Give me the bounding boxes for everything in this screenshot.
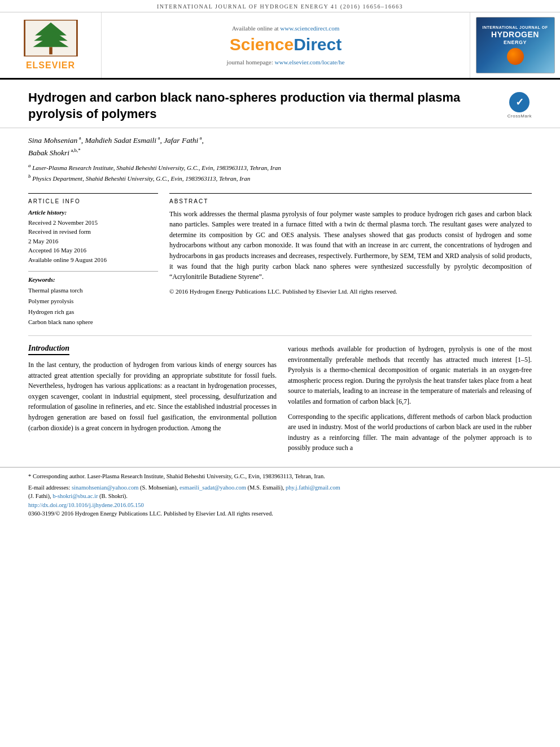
svg-rect-1 bbox=[49, 47, 53, 54]
abstract-col: Abstract This work addresses the thermal… bbox=[169, 193, 532, 327]
available-online-date: Available online 9 August 2016 bbox=[28, 255, 158, 265]
received-revised-label: Received in revised form bbox=[28, 227, 158, 237]
author-3: Jafar Fathi bbox=[164, 136, 198, 145]
header-center: Available online at www.sciencedirect.co… bbox=[102, 12, 470, 78]
corresponding-note: * Corresponding author. Laser-Plasma Res… bbox=[28, 472, 532, 481]
intro-paragraph-2: various methods available for production… bbox=[288, 344, 532, 453]
intro-paragraph-1: In the last century, the production of h… bbox=[28, 360, 277, 433]
body-section: Introduction In the last century, the pr… bbox=[0, 344, 560, 458]
journal-homepage-link[interactable]: www.elsevier.com/locate/he bbox=[275, 59, 345, 65]
sciencedirect-url[interactable]: www.sciencedirect.com bbox=[280, 25, 339, 32]
article-info-heading: Article Info bbox=[28, 198, 158, 204]
affiliation-b: b Physics Department, Shahid Beheshti Un… bbox=[28, 173, 532, 183]
journal-cover-title: International Journal of HYDROGEN ENERGY bbox=[483, 25, 548, 46]
footer-issn: 0360-3199/© 2016 Hydrogen Energy Publica… bbox=[28, 510, 532, 517]
crossmark-icon: ✓ bbox=[509, 92, 530, 112]
article-title: Hydrogen and carbon black nano-spheres p… bbox=[28, 90, 469, 122]
authors-section: Sina Mohsenian a, Mahdieh Sadat Esmaili … bbox=[0, 128, 560, 187]
elsevier-logo-box: ELSEVIER bbox=[7, 20, 94, 71]
journal-header-bar: International Journal of Hydrogen Energy… bbox=[0, 0, 560, 12]
crossmark-label: CrossMark bbox=[508, 113, 532, 119]
elsevier-text: ELSEVIER bbox=[7, 60, 94, 71]
footer-emails: E-mail addresses: sinamohsenian@yahoo.co… bbox=[28, 483, 532, 501]
doi-link[interactable]: http://dx.doi.org/10.1016/j.ijhydene.201… bbox=[28, 502, 144, 508]
affiliations: a Laser-Plasma Research Institute, Shahi… bbox=[28, 162, 532, 182]
keywords-section: Keywords: Thermal plasma torch Polymer p… bbox=[28, 271, 158, 327]
journal-cover-orb-icon bbox=[507, 48, 524, 65]
keyword-2: Polymer pyrolysis bbox=[28, 296, 158, 307]
accepted-date: Accepted 16 May 2016 bbox=[28, 246, 158, 255]
header-right: International Journal of HYDROGEN ENERGY bbox=[470, 12, 560, 78]
keyword-3: Hydrogen rich gas bbox=[28, 307, 158, 317]
elsevier-tree-icon bbox=[23, 20, 79, 56]
copyright-line: © 2016 Hydrogen Energy Publications LLC.… bbox=[169, 287, 532, 296]
abstract-text: This work addresses the thermal plasma p… bbox=[169, 209, 532, 296]
two-col-section: Article Info Article history: Received 2… bbox=[0, 193, 560, 327]
crossmark-area: Hydrogen and carbon black nano-spheres p… bbox=[28, 90, 532, 122]
section-divider bbox=[28, 335, 532, 336]
affiliation-a: a Laser-Plasma Research Institute, Shahi… bbox=[28, 162, 532, 172]
footer-doi: http://dx.doi.org/10.1016/j.ijhydene.201… bbox=[28, 502, 532, 508]
available-online: Available online at www.sciencedirect.co… bbox=[232, 25, 340, 32]
author-4: Babak Shokri bbox=[28, 148, 69, 157]
body-right: various methods available for production… bbox=[288, 344, 532, 458]
header-area: ELSEVIER Available online at www.science… bbox=[0, 12, 560, 80]
author-2: Mahdieh Sadat Esmaili bbox=[85, 136, 156, 145]
crossmark-badge[interactable]: ✓ CrossMark bbox=[508, 92, 532, 119]
keyword-4: Carbon black nano sphere bbox=[28, 317, 158, 327]
email-esmaili[interactable]: esmaeili_sadat@yahoo.com bbox=[180, 484, 246, 491]
received-revised-date: 2 May 2016 bbox=[28, 237, 158, 246]
article-info-col: Article Info Article history: Received 2… bbox=[28, 193, 158, 327]
abstract-heading: Abstract bbox=[169, 198, 532, 204]
email-shokri[interactable]: b-shokri@sbu.ac.ir bbox=[53, 493, 98, 499]
article-title-section: Hydrogen and carbon black nano-spheres p… bbox=[0, 80, 560, 128]
elsevier-logo-area: ELSEVIER bbox=[0, 12, 102, 78]
email-mohsenian[interactable]: sinamohsenian@yahoo.com bbox=[72, 484, 138, 491]
email-fathi[interactable]: phy.j.fathi@gmail.com bbox=[286, 484, 340, 491]
page-footer: * Corresponding author. Laser-Plasma Res… bbox=[0, 467, 560, 520]
intro-heading: Introduction bbox=[28, 344, 69, 355]
journal-homepage: journal homepage: www.elsevier.com/locat… bbox=[227, 59, 345, 65]
journal-cover-box: International Journal of HYDROGEN ENERGY bbox=[476, 17, 555, 73]
keyword-1: Thermal plasma torch bbox=[28, 285, 158, 296]
authors-line: Sina Mohsenian a, Mahdieh Sadat Esmaili … bbox=[28, 134, 532, 159]
body-left: Introduction In the last century, the pr… bbox=[28, 344, 277, 458]
author-1: Sina Mohsenian bbox=[28, 136, 77, 145]
article-history-label: Article history: bbox=[28, 209, 158, 216]
keywords-label: Keywords: bbox=[28, 276, 158, 283]
sciencedirect-logo: ScienceDirect bbox=[230, 35, 342, 54]
received-date: Received 2 November 2015 bbox=[28, 218, 158, 228]
